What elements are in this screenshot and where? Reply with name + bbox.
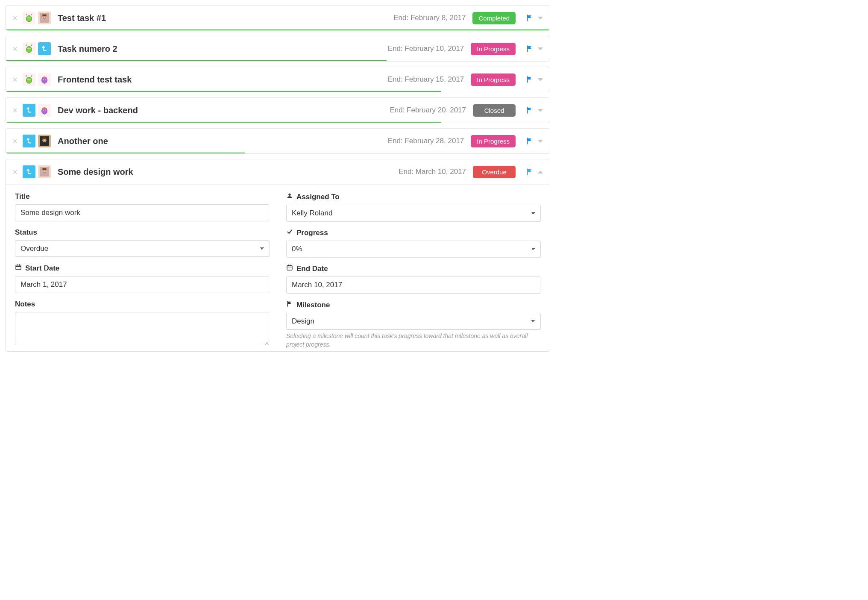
task-card: ×Test task #1End: February 8, 2017Comple… xyxy=(5,5,550,31)
avatar-assigner-icon xyxy=(23,135,35,147)
flag-icon[interactable] xyxy=(526,137,534,145)
label-milestone: Milestone xyxy=(286,300,540,309)
assigned-to-select[interactable]: Kelly Roland xyxy=(286,205,540,221)
task-header: ×Test task #1End: February 8, 2017Comple… xyxy=(6,6,550,30)
notes-textarea[interactable] xyxy=(15,312,269,345)
expand-toggle-icon[interactable] xyxy=(538,171,543,174)
svg-point-27 xyxy=(30,79,30,79)
svg-point-41 xyxy=(45,110,46,110)
field-end-date: End Date xyxy=(286,264,540,294)
status-select[interactable]: Overdue xyxy=(15,240,269,257)
label-status: Status xyxy=(15,228,269,237)
close-icon[interactable]: × xyxy=(10,75,20,85)
flag-icon[interactable] xyxy=(526,76,534,83)
svg-point-8 xyxy=(32,14,32,15)
task-title[interactable]: Dev work - backend xyxy=(58,106,387,115)
task-detail-panel: TitleStatusOverdueStart DateNotesAssigne… xyxy=(6,184,550,351)
label-title: Title xyxy=(15,192,269,201)
expand-toggle-icon[interactable] xyxy=(538,78,543,81)
status-badge[interactable]: Closed xyxy=(473,104,516,117)
task-end-date: End: February 10, 2017 xyxy=(388,44,464,53)
svg-rect-44 xyxy=(42,138,46,140)
avatar-user-icon xyxy=(38,12,51,24)
task-card: ×Task numero 2End: February 10, 2017In P… xyxy=(5,36,550,62)
svg-point-30 xyxy=(26,75,27,76)
svg-rect-11 xyxy=(42,15,46,17)
label-assigned-to: Assigned To xyxy=(286,192,540,201)
svg-point-31 xyxy=(32,75,32,76)
svg-point-4 xyxy=(30,18,30,18)
svg-point-22 xyxy=(32,44,32,45)
flag-icon xyxy=(286,300,293,309)
svg-point-18 xyxy=(30,48,30,49)
svg-point-14 xyxy=(26,47,32,53)
svg-point-23 xyxy=(26,77,32,84)
close-icon[interactable]: × xyxy=(10,167,20,177)
flag-icon[interactable] xyxy=(526,168,534,176)
expand-toggle-icon[interactable] xyxy=(538,17,543,20)
svg-point-26 xyxy=(28,79,28,79)
expand-toggle-icon[interactable] xyxy=(538,47,543,50)
title-input[interactable] xyxy=(15,204,269,221)
task-end-date: End: February 8, 2017 xyxy=(393,14,466,22)
label-end-date: End Date xyxy=(286,264,540,273)
svg-point-51 xyxy=(45,171,45,171)
svg-point-56 xyxy=(288,194,290,196)
task-header: ×Some design workEnd: March 10, 2017Over… xyxy=(6,159,550,184)
progress-select[interactable]: 0% xyxy=(286,241,540,257)
progress-bar xyxy=(6,122,441,123)
task-end-date: End: February 15, 2017 xyxy=(388,75,464,84)
task-title[interactable]: Frontend test task xyxy=(58,75,385,85)
task-title[interactable]: Some design work xyxy=(58,167,396,177)
close-icon[interactable]: × xyxy=(10,13,20,23)
avatar-assigner-icon xyxy=(23,104,35,117)
svg-point-40 xyxy=(43,110,44,110)
task-card: ×Frontend test taskEnd: February 15, 201… xyxy=(5,67,550,92)
task-title[interactable]: Test task #1 xyxy=(58,13,391,23)
end-date-input[interactable] xyxy=(286,276,540,294)
progress-bar xyxy=(6,60,387,61)
task-title[interactable]: Task numero 2 xyxy=(58,44,385,54)
close-icon[interactable]: × xyxy=(10,106,20,115)
flag-icon[interactable] xyxy=(526,106,534,114)
svg-point-13 xyxy=(45,17,45,17)
task-card: ×Another oneEnd: February 28, 2017In Pro… xyxy=(5,128,550,154)
svg-point-46 xyxy=(45,140,45,140)
task-end-date: End: February 20, 2017 xyxy=(390,106,466,115)
status-badge[interactable]: Overdue xyxy=(473,166,516,178)
status-badge[interactable]: In Progress xyxy=(471,43,516,55)
expand-toggle-icon[interactable] xyxy=(538,140,543,143)
task-header: ×Task numero 2End: February 10, 2017In P… xyxy=(6,36,550,61)
label-notes: Notes xyxy=(15,300,269,309)
close-icon[interactable]: × xyxy=(10,44,20,54)
start-date-input[interactable] xyxy=(15,276,269,293)
label-progress: Progress xyxy=(286,228,540,237)
task-title[interactable]: Another one xyxy=(58,136,385,146)
task-end-date: End: February 28, 2017 xyxy=(388,137,464,145)
field-start-date: Start Date xyxy=(15,264,269,293)
svg-point-21 xyxy=(26,44,27,45)
flag-icon[interactable] xyxy=(526,45,534,53)
flag-icon[interactable] xyxy=(526,14,534,22)
avatar-monster-icon xyxy=(23,73,35,86)
progress-bar xyxy=(6,29,550,30)
task-end-date: End: March 10, 2017 xyxy=(399,168,466,176)
svg-point-50 xyxy=(43,171,44,171)
progress-bar xyxy=(6,91,441,92)
field-milestone: MilestoneDesignSelecting a milestone wil… xyxy=(286,300,540,349)
status-badge[interactable]: In Progress xyxy=(471,135,516,147)
svg-point-3 xyxy=(28,18,28,18)
avatar-monster-icon xyxy=(23,42,35,55)
close-icon[interactable]: × xyxy=(10,136,20,146)
avatar-monster2-icon xyxy=(38,73,51,86)
svg-point-45 xyxy=(43,140,44,140)
field-assigned-to: Assigned ToKelly Roland xyxy=(286,192,540,221)
status-badge[interactable]: Completed xyxy=(472,12,516,24)
status-badge[interactable]: In Progress xyxy=(471,74,516,86)
field-notes: Notes xyxy=(15,300,269,347)
avatar-assigner-icon xyxy=(23,165,35,178)
milestone-select[interactable]: Design xyxy=(286,313,540,329)
expand-toggle-icon[interactable] xyxy=(538,109,543,112)
svg-rect-49 xyxy=(42,168,46,171)
avatar-user-icon xyxy=(38,135,51,147)
